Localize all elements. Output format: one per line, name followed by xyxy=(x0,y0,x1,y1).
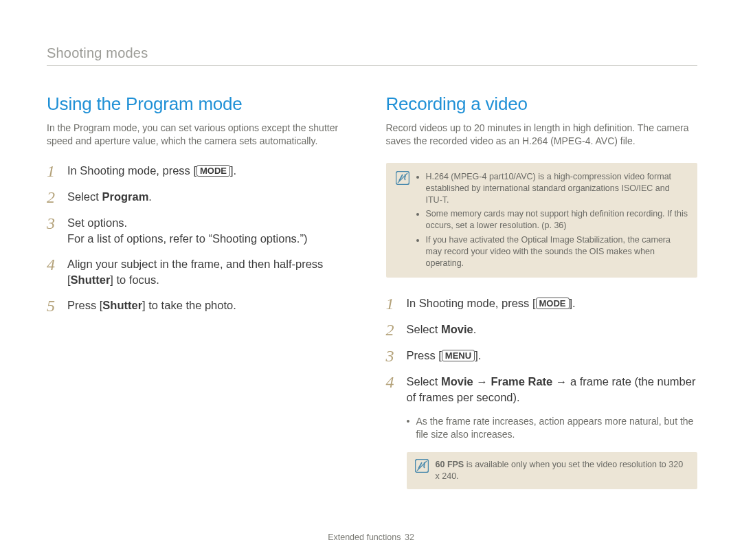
text: Set options. xyxy=(67,216,127,229)
bold-text: Shutter xyxy=(71,273,111,286)
page-footer: Extended functions 32 xyxy=(0,533,742,542)
note-item: H.264 (MPEG-4 part10/AVC) is a high-comp… xyxy=(426,171,688,206)
step-4-right: 4 Select Movie → Frame Rate → a frame ra… xyxy=(386,374,698,405)
text: For a list of options, refer to “Shootin… xyxy=(67,232,307,245)
step-1-right: 1 In Shooting mode, press [MODE]. xyxy=(386,295,698,312)
bold-text: Shutter xyxy=(102,299,142,311)
footer-page-number: 32 xyxy=(405,533,414,542)
intro-video: Record videos up to 20 minutes in length… xyxy=(386,122,698,148)
text: Select xyxy=(67,190,102,203)
step-3-left: 3 Set options. For a list of options, re… xyxy=(47,215,359,247)
note-box-1: H.264 (MPEG-4 part10/AVC) is a high-comp… xyxy=(386,163,698,278)
mode-button-label: MODE xyxy=(196,165,230,177)
text: ] to take the photo. xyxy=(142,299,236,311)
sub-bullet: As the frame rate increases, action appe… xyxy=(407,415,698,441)
step-4-left: 4 Align your subject in the frame, and t… xyxy=(47,256,359,288)
text: ]. xyxy=(230,164,236,177)
text: ]. xyxy=(570,297,576,309)
note-item: If you have activated the Optical Image … xyxy=(426,234,688,269)
tip-icon xyxy=(396,171,409,185)
step-5-left: 5 Press [Shutter] to take the photo. xyxy=(47,298,359,314)
step-1-left: 1 In Shooting mode, press [MODE]. xyxy=(47,163,359,179)
note-text: 60 FPS is available only when you set th… xyxy=(436,459,690,482)
note-list: H.264 (MPEG-4 part10/AVC) is a high-comp… xyxy=(416,171,688,269)
step-number: 3 xyxy=(386,348,407,364)
text: ] to focus. xyxy=(110,273,159,286)
step-number: 4 xyxy=(47,256,67,273)
heading-recording-video: Recording a video xyxy=(386,93,698,115)
step-text: Select Movie. xyxy=(407,322,698,337)
section-title: Shooting modes xyxy=(47,45,697,66)
step-text: In Shooting mode, press [MODE]. xyxy=(67,163,359,179)
left-column: Using the Program mode In the Program mo… xyxy=(47,93,359,489)
heading-program-mode: Using the Program mode xyxy=(47,93,359,115)
step-text: Select Program. xyxy=(67,189,359,205)
bold-text: Frame Rate xyxy=(491,375,552,388)
text: Select xyxy=(407,375,441,388)
step-text: Select Movie → Frame Rate → a frame rate… xyxy=(407,374,698,405)
footer-label: Extended functions xyxy=(328,533,401,542)
step-3-right: 3 Press [MENU]. xyxy=(386,348,698,364)
note-box-2: 60 FPS is available only when you set th… xyxy=(407,452,698,489)
bold-text: 60 FPS xyxy=(436,460,464,469)
bold-text: Movie xyxy=(441,323,473,335)
bold-text: Program xyxy=(102,190,148,203)
right-column: Recording a video Record videos up to 20… xyxy=(386,93,698,489)
text: . xyxy=(473,323,477,335)
text: In Shooting mode, press [ xyxy=(407,297,536,309)
text: ]. xyxy=(475,349,481,361)
step-text: Align your subject in the frame, and the… xyxy=(67,256,359,288)
note-item: Some memory cards may not support high d… xyxy=(426,208,688,232)
step-text: Set options. For a list of options, refe… xyxy=(67,215,359,247)
step-2-right: 2 Select Movie. xyxy=(386,322,698,338)
text: is available only when you set the video… xyxy=(436,460,684,481)
step-number: 2 xyxy=(47,189,67,205)
step-2-left: 2 Select Program. xyxy=(47,189,359,205)
text: In Shooting mode, press [ xyxy=(67,164,196,177)
step-number: 5 xyxy=(47,298,67,314)
manual-page: Shooting modes Using the Program mode In… xyxy=(0,0,742,560)
text: . xyxy=(148,190,152,203)
text: → xyxy=(473,375,491,388)
step-text: Press [Shutter] to take the photo. xyxy=(67,298,359,313)
text: Press [ xyxy=(407,349,442,361)
tip-icon xyxy=(415,459,429,473)
text: Select xyxy=(407,323,441,335)
step-number: 3 xyxy=(47,215,67,232)
step-number: 2 xyxy=(386,322,407,338)
step-number: 4 xyxy=(386,374,407,390)
two-columns: Using the Program mode In the Program mo… xyxy=(47,93,697,489)
bold-text: Movie xyxy=(441,375,473,388)
step-text: Press [MENU]. xyxy=(407,348,698,363)
intro-program: In the Program mode, you can set various… xyxy=(47,122,359,148)
menu-button-label: MENU xyxy=(442,350,475,362)
mode-button-label: MODE xyxy=(536,298,570,310)
text: Press [ xyxy=(67,299,102,311)
step-number: 1 xyxy=(47,163,67,179)
step-text: In Shooting mode, press [MODE]. xyxy=(407,295,698,311)
step-number: 1 xyxy=(386,295,407,312)
